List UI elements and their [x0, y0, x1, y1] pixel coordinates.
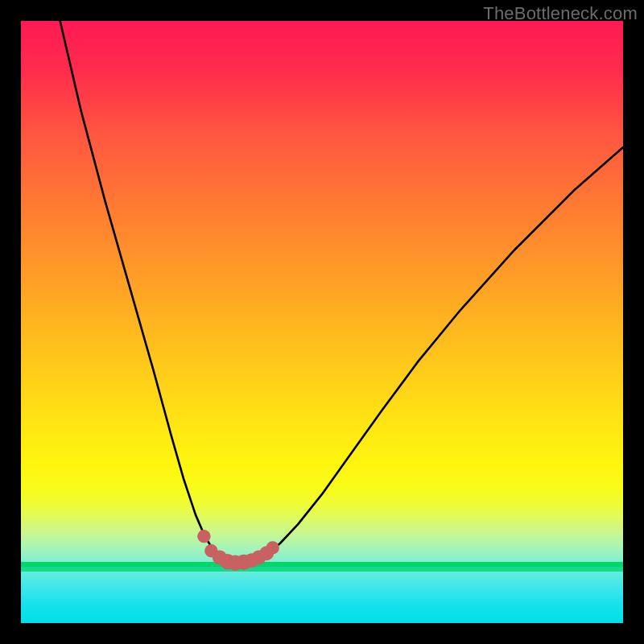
- curve-marker: [266, 541, 279, 554]
- curve-markers: [197, 530, 279, 571]
- curve-marker: [197, 530, 210, 543]
- bottleneck-curve: [21, 21, 623, 623]
- curve-line: [60, 21, 623, 563]
- chart-frame: [21, 21, 623, 623]
- watermark-text: TheBottleneck.com: [483, 3, 638, 24]
